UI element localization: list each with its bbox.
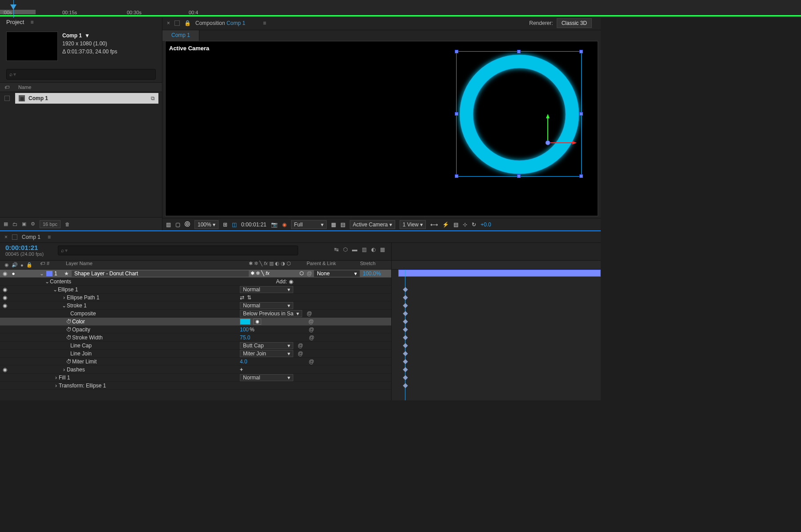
visibility-toggle-icon[interactable]: ◉ bbox=[0, 270, 10, 277]
reset-exposure-icon[interactable]: ↻ bbox=[472, 222, 476, 228]
expression-pickwhip-icon[interactable]: @ bbox=[309, 326, 314, 333]
resolution-dropdown[interactable]: Full ▾ bbox=[291, 220, 327, 229]
line-join-dropdown[interactable]: Miter Join▾ bbox=[240, 350, 293, 357]
layer-switch[interactable]: ╲ bbox=[261, 270, 264, 276]
bpc-button[interactable]: 16 bpc bbox=[40, 220, 61, 228]
new-comp-icon[interactable]: ▣ bbox=[22, 221, 26, 227]
new-folder-icon[interactable]: 🗀 bbox=[12, 222, 17, 227]
stretch-column[interactable]: Stretch bbox=[360, 261, 391, 269]
ellipse-position-icon[interactable]: ⇅ bbox=[247, 294, 251, 301]
flowchart-icon[interactable]: ⧉ bbox=[151, 95, 155, 101]
renderer-dropdown[interactable]: Classic 3D bbox=[557, 18, 592, 28]
timeline-tab[interactable]: Comp 1 bbox=[22, 234, 40, 240]
expression-pickwhip-icon[interactable]: @ bbox=[298, 351, 303, 357]
keyframe-icon[interactable] bbox=[403, 287, 408, 292]
snapshot-icon[interactable]: 📷 bbox=[271, 222, 278, 228]
switch-frameblend-icon[interactable]: ▥ bbox=[269, 261, 274, 269]
time-ruler[interactable]: :00s 00:15s 00:30s 00:4 bbox=[0, 0, 801, 18]
keyframe-icon[interactable] bbox=[403, 327, 408, 332]
current-time[interactable]: 0:00:01:21 bbox=[241, 222, 267, 228]
stopwatch-icon[interactable]: ⏱ bbox=[66, 359, 72, 365]
parent-column[interactable]: Parent & Link bbox=[307, 261, 360, 269]
twirl-icon[interactable]: ⌄ bbox=[39, 270, 44, 277]
stroke-width-value[interactable]: 75.0 bbox=[240, 335, 250, 341]
property-row[interactable]: ⌄ Contents Add:◉ bbox=[0, 278, 391, 286]
color-swatch[interactable] bbox=[240, 318, 251, 325]
resolution-icon[interactable]: ⊞ bbox=[223, 222, 227, 228]
zoom-dropdown[interactable]: 100% ▾ bbox=[194, 220, 218, 229]
comp-navigator-tab[interactable]: Comp 1 bbox=[162, 30, 199, 41]
twirl-icon[interactable]: › bbox=[53, 383, 59, 389]
switch-collapse-icon[interactable]: ✲ bbox=[254, 261, 258, 269]
timeline-search-input[interactable]: ⌕▾ bbox=[58, 246, 298, 255]
toggle-mask-icon[interactable]: ▢ bbox=[175, 222, 180, 228]
property-row[interactable]: › Fill 1 Normal▾ bbox=[0, 374, 391, 382]
visibility-toggle-icon[interactable]: ◉ bbox=[0, 294, 10, 301]
expression-pickwhip-icon[interactable]: @ bbox=[309, 335, 314, 341]
property-row[interactable]: Line Cap Butt Cap▾@ bbox=[0, 342, 391, 350]
parent-dropdown[interactable]: None▾ bbox=[314, 270, 360, 277]
toggle-3d-icon[interactable]: ⓞ bbox=[185, 221, 190, 228]
exposure-value[interactable]: +0.0 bbox=[481, 222, 491, 228]
expression-pickwhip-icon[interactable]: @ bbox=[308, 318, 314, 325]
draft3d-icon[interactable]: ⬡ bbox=[343, 246, 348, 253]
switch-adjust-icon[interactable]: ◑ bbox=[281, 261, 285, 269]
lock-column-icon[interactable]: 🔒 bbox=[26, 262, 32, 268]
timeline-icon[interactable]: ▤ bbox=[453, 222, 458, 228]
timeline-menu-icon[interactable]: ≡ bbox=[48, 234, 51, 240]
3d-axis-gizmo[interactable] bbox=[519, 114, 577, 172]
keyframe-icon[interactable] bbox=[403, 319, 408, 324]
blend-mode-dropdown[interactable]: Normal▾ bbox=[240, 374, 293, 381]
layer-switch[interactable]: ✲ bbox=[256, 270, 260, 276]
property-row[interactable]: Line Join Miter Join▾@ bbox=[0, 350, 391, 358]
graph-editor-icon[interactable]: ▦ bbox=[380, 246, 385, 253]
contents-add-icon[interactable]: ◉ bbox=[289, 278, 293, 285]
layer-switch[interactable]: fx bbox=[266, 270, 270, 276]
keyframe-icon[interactable] bbox=[403, 335, 408, 340]
twirl-icon[interactable]: › bbox=[61, 367, 67, 373]
solo-column-icon[interactable]: ● bbox=[20, 262, 24, 268]
camera-dropdown[interactable]: Active Camera ▾ bbox=[350, 220, 395, 229]
keyframe-icon[interactable] bbox=[403, 311, 408, 316]
toggle-alpha-icon[interactable]: ▥ bbox=[166, 222, 171, 228]
guides-icon[interactable]: ▤ bbox=[340, 222, 345, 228]
expression-pickwhip-icon[interactable]: @ bbox=[307, 310, 312, 317]
keyframe-icon[interactable] bbox=[403, 343, 408, 348]
project-item-row[interactable]: ▦ Comp 1 ⧉ bbox=[15, 93, 158, 104]
stopwatch-icon[interactable]: ⏱ bbox=[66, 326, 72, 333]
close-timeline-tab-icon[interactable]: × bbox=[4, 234, 8, 240]
layer-label-color[interactable] bbox=[46, 271, 53, 276]
comp-viewer[interactable]: Active Camera bbox=[165, 41, 598, 216]
layer-name-column[interactable]: Layer Name bbox=[53, 261, 249, 269]
composite-dropdown[interactable]: Below Previous in Sa▾ bbox=[240, 310, 302, 317]
add-dash-icon[interactable]: + bbox=[240, 367, 243, 373]
interpret-footage-icon[interactable]: ▦ bbox=[4, 221, 8, 227]
keyframe-icon[interactable] bbox=[403, 375, 408, 380]
comp-panel-menu-icon[interactable]: ≡ bbox=[263, 20, 266, 26]
layer-row[interactable]: ◉ ● ⌄ 1 ★ Shape Layer - Donut Chart ✱✲╲f… bbox=[0, 270, 391, 278]
property-row[interactable]: ◉ › Dashes + bbox=[0, 366, 391, 374]
pickwhip-icon[interactable]: @ bbox=[307, 270, 312, 277]
grid-icon[interactable]: ▦ bbox=[331, 222, 336, 228]
panel-menu-icon[interactable]: ≡ bbox=[30, 19, 33, 25]
blend-mode-dropdown[interactable]: Normal▾ bbox=[240, 286, 293, 293]
keyframe-icon[interactable] bbox=[403, 303, 408, 308]
miter-value[interactable]: 4.0 bbox=[240, 359, 247, 365]
property-row[interactable]: Composite Below Previous in Sa▾@ bbox=[0, 310, 391, 318]
channel-icon[interactable]: ◉ bbox=[282, 222, 287, 228]
stopwatch-icon[interactable]: ⏱ bbox=[66, 335, 72, 341]
visibility-toggle-icon[interactable]: ◉ bbox=[0, 302, 10, 309]
motion-blur-icon[interactable]: ◐ bbox=[371, 246, 376, 253]
property-row-color[interactable]: ⏱ Color ◉ @ bbox=[0, 318, 391, 326]
roi-icon[interactable]: ◫ bbox=[232, 222, 237, 228]
project-settings-icon[interactable]: ⚙ bbox=[31, 221, 35, 227]
switch-shy-icon[interactable]: ✱ bbox=[249, 261, 253, 269]
tag-column-icon[interactable]: 🏷 bbox=[4, 85, 9, 90]
frame-blend-icon[interactable]: ▥ bbox=[362, 246, 367, 253]
audio-column-icon[interactable]: 🔊 bbox=[12, 262, 18, 268]
3d-layer-icon[interactable]: ⬡ bbox=[299, 270, 304, 276]
blend-mode-dropdown[interactable]: Normal▾ bbox=[240, 302, 293, 309]
visibility-toggle-icon[interactable]: ◉ bbox=[0, 286, 10, 293]
property-row[interactable]: ⏱ Miter Limit 4.0@ bbox=[0, 358, 391, 366]
property-row[interactable]: ⏱ Opacity 100%@ bbox=[0, 326, 391, 334]
